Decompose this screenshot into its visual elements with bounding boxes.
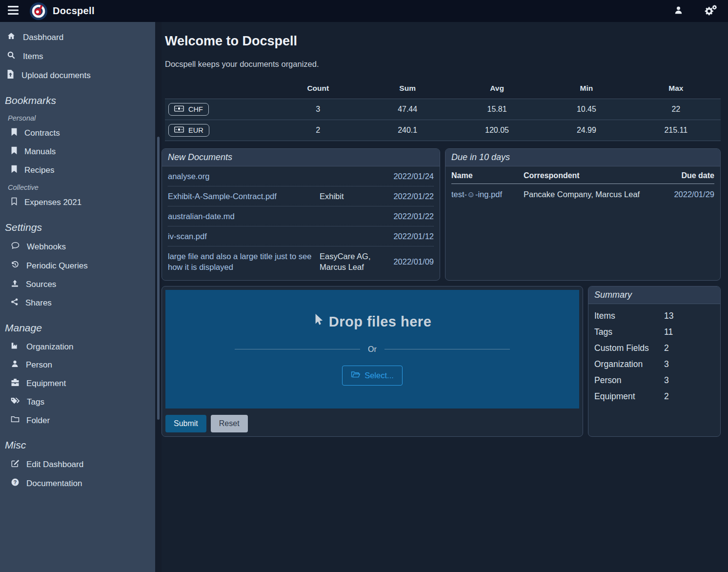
settings-menu-button[interactable]	[701, 4, 720, 18]
due-panel: Due in 10 days Name Correspondent Due da…	[445, 148, 721, 281]
cogs-icon	[704, 4, 717, 18]
bookmark-item-label: Expenses 2021	[24, 198, 81, 207]
document-row: analyse.org 2022/01/24	[168, 166, 434, 186]
due-document-link[interactable]: test-☺-ing.pdf	[451, 190, 519, 199]
hamburger-menu-button[interactable]	[8, 6, 19, 16]
document-row: australian-date.md 2022/01/22	[168, 206, 434, 226]
sidebar-item-shares[interactable]: Shares	[0, 294, 155, 312]
folder-icon	[11, 415, 20, 426]
stats-table: Count Sum Avg Min Max CHF 3 47.	[165, 81, 721, 141]
sidebar-item-label: Equipment	[26, 379, 66, 388]
docspell-logo[interactable]	[29, 2, 48, 20]
money-bill-icon	[174, 105, 184, 113]
sidebar-item-dashboard[interactable]: Dasbhoard	[0, 28, 155, 47]
submit-button[interactable]: Submit	[165, 415, 206, 432]
bookmark-item-label: Manuals	[24, 147, 56, 157]
document-date: 2022/01/24	[393, 171, 434, 182]
dropzone-label: Drop files here	[313, 313, 432, 330]
summary-title: Summary	[588, 286, 720, 304]
summary-label: Tags	[594, 327, 664, 337]
currency-cell: EUR	[165, 120, 273, 141]
document-link[interactable]: analyse.org	[168, 171, 315, 182]
document-link[interactable]: large file and also a large title just t…	[168, 251, 315, 272]
new-documents-list: analyse.org 2022/01/24 Exhibit-A-Sample-…	[162, 166, 440, 277]
bookmark-item-recipes[interactable]: Recipes	[0, 161, 155, 180]
new-documents-panel: New Documents analyse.org 2022/01/24 Exh…	[162, 148, 440, 281]
sidebar-item-documentation[interactable]: ? Documentation	[0, 474, 155, 493]
or-divider: Or	[235, 345, 510, 354]
document-date: 2022/01/22	[393, 211, 434, 222]
money-bill-icon	[174, 126, 184, 134]
summary-value: 3	[664, 359, 669, 369]
document-link[interactable]: Exhibit-A-Sample-Contract.pdf	[168, 191, 315, 202]
bookmark-icon	[11, 165, 18, 176]
comment-icon	[11, 241, 20, 252]
upload-actions: Submit Reset	[165, 415, 579, 432]
stats-row-eur: EUR 2 240.1 120.05 24.99 215.11	[165, 120, 721, 141]
document-date: 2022/01/12	[393, 231, 434, 242]
bookmark-icon	[11, 128, 18, 139]
sidebar-scrollbar-track	[155, 22, 162, 572]
user-menu-button[interactable]	[671, 5, 686, 17]
sidebar-item-folder[interactable]: Folder	[0, 411, 155, 429]
sidebar-item-label: Edit Dashboard	[26, 460, 83, 470]
summary-row: Tags 11	[594, 324, 714, 340]
due-header-date: Due date	[681, 171, 714, 180]
divider-line	[235, 349, 360, 349]
stat-min: 24.99	[542, 120, 631, 141]
bookmark-item-contracts[interactable]: Contracts	[0, 124, 155, 143]
sidebar-item-upload-documents[interactable]: Upload documents	[0, 66, 155, 85]
document-row: large file and also a large title just t…	[168, 246, 434, 277]
document-row: Exhibit-A-Sample-Contract.pdf Exhibit 20…	[168, 186, 434, 206]
due-header-row: Name Correspondent Due date	[451, 166, 714, 184]
sidebar-item-organization[interactable]: Organization	[0, 338, 155, 356]
stat-min: 10.45	[542, 99, 631, 120]
divider-line	[384, 349, 510, 349]
bookmark-item-expenses-2021[interactable]: Expenses 2021	[0, 193, 155, 212]
sidebar-item-webhooks[interactable]: Webhooks	[0, 237, 155, 256]
file-dropzone[interactable]: Drop files here Or Select...	[165, 290, 579, 409]
stat-count: 3	[273, 99, 363, 120]
document-link[interactable]: iv-scan.pdf	[168, 231, 315, 242]
history-icon	[11, 260, 20, 271]
reset-button[interactable]: Reset	[211, 415, 248, 432]
summary-row: Person 3	[594, 372, 714, 388]
sidebar-item-person[interactable]: Person	[0, 356, 155, 374]
sidebar-item-equipment[interactable]: Equipment	[0, 374, 155, 393]
sidebar-item-label: Upload documents	[21, 71, 91, 81]
document-link[interactable]: australian-date.md	[168, 211, 315, 222]
bookmarks-section-title: Bookmarks	[0, 85, 155, 110]
summary-value: 2	[664, 343, 669, 353]
bookmark-outline-icon	[11, 197, 18, 208]
sidebar-item-label: Items	[23, 52, 43, 61]
sidebar-item-sources[interactable]: Sources	[0, 275, 155, 294]
summary-row: Organization 3	[594, 356, 714, 372]
stat-sum: 47.44	[363, 99, 452, 120]
bookmark-item-label: Recipes	[24, 165, 54, 175]
stats-header-count: Count	[273, 81, 363, 99]
sidebar-item-periodic-queries[interactable]: Periodic Queries	[0, 256, 155, 275]
due-list: Name Correspondent Due date test-☺-ing.p…	[445, 166, 720, 205]
sidebar-item-label: Folder	[26, 416, 50, 426]
sidebar-item-label: Tags	[27, 397, 44, 407]
bookmark-item-manuals[interactable]: Manuals	[0, 143, 155, 161]
stats-header-avg: Avg	[452, 81, 542, 99]
sidebar-item-tags[interactable]: Tags	[0, 393, 155, 411]
stats-header-row: Count Sum Avg Min Max	[165, 81, 721, 99]
sidebar-scrollbar-thumb[interactable]	[157, 137, 160, 420]
stat-count: 2	[273, 120, 363, 141]
or-label: Or	[368, 345, 377, 354]
main-content: Welcome to Docspell Docspell keeps your …	[162, 22, 728, 572]
sidebar-item-label: Dasbhoard	[23, 33, 63, 42]
stats-header-sum: Sum	[363, 81, 452, 99]
summary-panel: Summary Items 13 Tags 11 Custom Fields 2	[588, 286, 721, 437]
document-correspondent: EasyCare AG, Marcus Leaf	[320, 251, 388, 272]
currency-code: EUR	[188, 126, 203, 134]
select-files-button[interactable]: Select...	[342, 366, 403, 386]
due-correspondent: Pancake Company, Marcus Leaf	[524, 190, 669, 199]
briefcase-icon	[11, 378, 20, 389]
stat-max: 22	[631, 99, 721, 120]
sidebar-item-items[interactable]: Items	[0, 47, 155, 66]
sidebar-item-edit-dashboard[interactable]: Edit Dashboard	[0, 455, 155, 474]
search-icon	[7, 51, 16, 62]
